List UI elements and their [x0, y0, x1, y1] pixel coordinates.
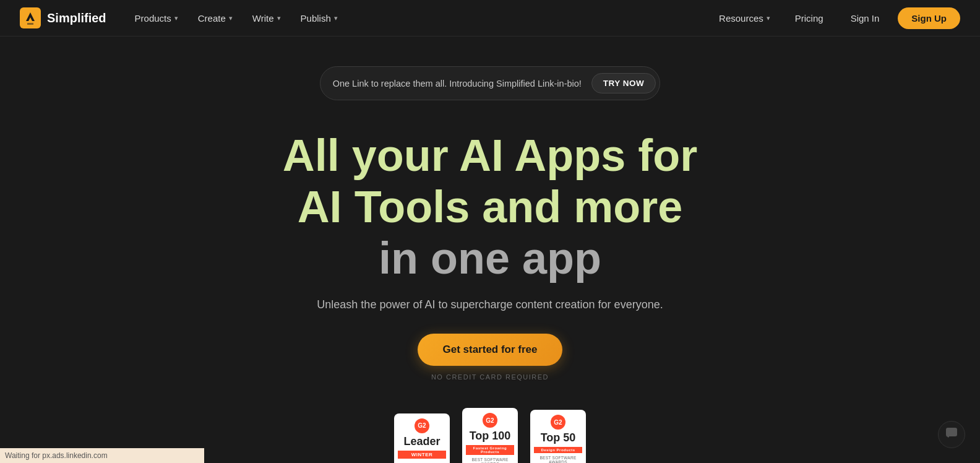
status-bar: Waiting for px.ads.linkedin.com	[0, 448, 204, 463]
pricing-label: Pricing	[795, 13, 823, 24]
badge-top50-award: BEST SOFTWARE AWARDS	[534, 456, 582, 463]
resources-label: Resources	[719, 13, 763, 24]
g2-logo-top50: G2	[551, 415, 565, 430]
nav-resources[interactable]: Resources ▾	[710, 8, 779, 28]
nav-create[interactable]: Create ▾	[189, 8, 241, 28]
badge-top100: G2 Top 100 Fastest Growing Products BEST…	[462, 408, 518, 463]
get-started-button[interactable]: Get started for free	[418, 334, 562, 366]
write-chevron-icon: ▾	[277, 14, 281, 22]
announcement-banner: One Link to replace them all. Introducin…	[320, 66, 661, 100]
nav-write[interactable]: Write ▾	[244, 8, 290, 28]
hero-line3: in one app	[283, 233, 698, 284]
badge-leader-stripe: WINTER	[398, 451, 446, 459]
hero-subtitle: Unleash the power of AI to supercharge c…	[317, 298, 663, 311]
badge-top50: G2 Top 50 Design Products BEST SOFTWARE …	[530, 410, 586, 463]
publish-label: Publish	[301, 13, 331, 24]
badge-top100-stripe: Fastest Growing Products	[466, 445, 514, 455]
g2-logo-leader: G2	[415, 418, 429, 433]
logo-icon	[20, 7, 41, 28]
status-text: Waiting for px.ads.linkedin.com	[5, 451, 108, 460]
nav-pricing[interactable]: Pricing	[786, 8, 832, 28]
no-credit-text: NO CREDIT CARD REQUIRED	[431, 373, 549, 381]
create-chevron-icon: ▾	[229, 14, 233, 22]
banner-text: One Link to replace them all. Introducin…	[333, 79, 582, 89]
badge-top50-title: Top 50	[541, 432, 576, 444]
write-label: Write	[252, 13, 274, 24]
navbar: Simplified Products ▾ Create ▾ Write ▾ P…	[0, 0, 980, 37]
nav-links: Products ▾ Create ▾ Write ▾ Publish ▾	[126, 8, 710, 28]
main-content: One Link to replace them all. Introducin…	[0, 37, 980, 463]
banner-cta-button[interactable]: TRY NOW	[591, 73, 656, 93]
chat-icon	[945, 426, 958, 443]
publish-chevron-icon: ▾	[334, 14, 338, 22]
signin-button[interactable]: Sign In	[840, 8, 891, 28]
badge-top50-stripe: Design Products	[534, 447, 582, 453]
products-chevron-icon: ▾	[174, 14, 178, 22]
nav-products[interactable]: Products ▾	[126, 8, 187, 28]
brand-name: Simplified	[47, 11, 106, 25]
chat-widget[interactable]	[938, 421, 965, 448]
badge-leader: G2 Leader WINTER 2023	[394, 413, 450, 463]
svg-rect-0	[20, 7, 41, 28]
g2-logo-top100: G2	[483, 413, 497, 428]
nav-right: Resources ▾ Pricing Sign In Sign Up	[710, 7, 960, 29]
badge-top100-award: BEST SOFTWARE AWARDS	[466, 457, 514, 463]
nav-publish[interactable]: Publish ▾	[292, 8, 346, 28]
logo-link[interactable]: Simplified	[20, 7, 106, 28]
resources-chevron-icon: ▾	[767, 14, 770, 22]
signup-button[interactable]: Sign Up	[898, 7, 960, 29]
hero-title: All your AI Apps for AI Tools and more i…	[283, 130, 698, 283]
create-label: Create	[198, 13, 226, 24]
badge-top100-title: Top 100	[470, 430, 511, 443]
products-label: Products	[135, 13, 171, 24]
hero-line1: All your AI Apps for	[283, 130, 698, 181]
badges-row: G2 Leader WINTER 2023 G2 Top 100 Fastest…	[394, 408, 586, 463]
badge-leader-title: Leader	[403, 436, 440, 448]
hero-line2: AI Tools and more	[283, 181, 698, 233]
svg-rect-1	[946, 428, 957, 436]
